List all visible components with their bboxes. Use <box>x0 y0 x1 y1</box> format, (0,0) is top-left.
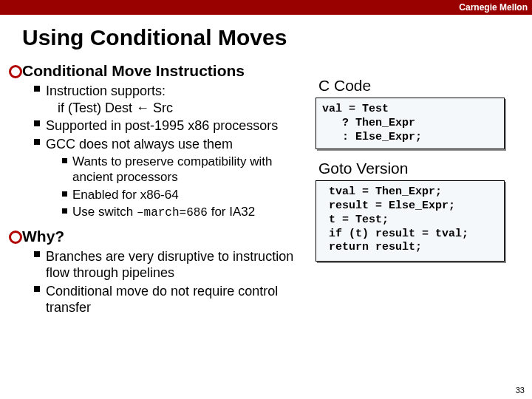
bullet-subline: if (Test) Dest ← Src <box>46 100 314 117</box>
bullet-item: Supported in post-1995 x86 processors <box>34 117 314 134</box>
bullet-item: Branches are very disruptive to instruct… <box>34 248 314 282</box>
brand-text: Carnegie Mellon <box>459 2 528 13</box>
right-column: C Code val = Test ? Then_Expr : Else_Exp… <box>314 58 514 318</box>
bullet-text: GCC does not always use them <box>46 137 233 151</box>
bullet-item: Wants to preserve compatibility with anc… <box>62 154 314 185</box>
code-inline: –march=686 <box>137 206 208 219</box>
bullet-text: Instruction supports: <box>46 83 166 98</box>
brand-bar: Carnegie Mellon <box>0 0 532 15</box>
bullet-list-1: Instruction supports: if (Test) Dest ← S… <box>7 83 314 220</box>
section-heading-why: Why? <box>7 228 314 245</box>
slide-number: 33 <box>516 386 525 395</box>
bullet-item: Conditional move do not require control … <box>34 283 314 316</box>
content-area: Conditional Move Instructions Instructio… <box>0 58 532 318</box>
ccode-box: val = Test ? Then_Expr : Else_Expr; <box>316 98 505 149</box>
left-column: Conditional Move Instructions Instructio… <box>7 58 314 318</box>
bullet-item: GCC does not always use them Wants to pr… <box>34 136 314 220</box>
slide-title: Using Conditional Moves <box>0 15 532 58</box>
bullet-item: Enabled for x86-64 <box>62 187 314 202</box>
section-heading-cmi: Conditional Move Instructions <box>7 62 314 80</box>
bullet-list-why: Branches are very disruptive to instruct… <box>7 248 314 316</box>
goto-box: tval = Then_Expr; result = Else_Expr; t … <box>316 180 505 262</box>
bullet-pre: Use switch <box>72 205 137 219</box>
bullet-post: for IA32 <box>208 205 255 219</box>
ccode-heading: C Code <box>318 77 514 95</box>
bullet-item: Use switch –march=686 for IA32 <box>62 204 314 220</box>
goto-heading: Goto Version <box>318 160 514 177</box>
bullet-item: Instruction supports: if (Test) Dest ← S… <box>34 83 314 116</box>
bullet-list-2: Wants to preserve compatibility with anc… <box>46 154 314 220</box>
